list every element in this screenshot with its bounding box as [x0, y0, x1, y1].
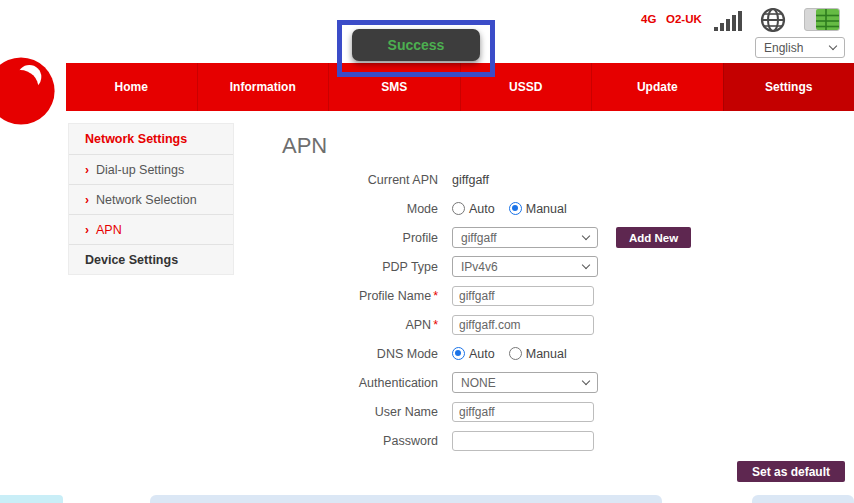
authentication-select-value: NONE [461, 376, 496, 390]
chevron-down-icon [582, 232, 590, 240]
globe-icon [760, 7, 786, 37]
mode-label: Mode [288, 202, 452, 216]
success-toast-message: Success [388, 37, 445, 53]
user-name-label: User Name [288, 405, 452, 419]
radio-checked-icon [509, 202, 522, 215]
radio-unchecked-icon [509, 347, 522, 360]
sidebar-item-apn[interactable]: › APN [69, 214, 233, 244]
dns-mode-label: DNS Mode [288, 347, 452, 361]
form-row-current-apn: Current APN giffgaff [288, 169, 718, 190]
pdp-type-select-value: IPv4v6 [461, 260, 498, 274]
settings-sidebar: Network Settings › Dial-up Settings › Ne… [68, 123, 234, 275]
password-label: Password [288, 434, 452, 448]
required-marker: * [433, 289, 438, 303]
mode-auto-radio[interactable]: Auto [452, 202, 495, 216]
chevron-down-icon [582, 377, 590, 385]
nav-tab-home[interactable]: Home [66, 63, 197, 111]
form-row-dns-mode: DNS Mode Auto Manual [288, 343, 718, 364]
set-as-default-button[interactable]: Set as default [737, 461, 845, 482]
radio-unchecked-icon [452, 202, 465, 215]
form-row-apn: APN* [288, 314, 718, 335]
apn-field[interactable] [452, 315, 594, 335]
form-row-password: Password [288, 430, 718, 451]
profile-select-value: giffgaff [461, 231, 497, 245]
nav-tab-settings[interactable]: Settings [723, 63, 854, 111]
vodafone-logo-icon [0, 56, 56, 126]
page-title: APN [282, 133, 327, 159]
radio-checked-icon [452, 347, 465, 360]
authentication-label: Authentication [288, 376, 452, 390]
form-row-pdp-type: PDP Type IPv4v6 [288, 256, 718, 277]
operator-name: O2-UK [666, 13, 702, 25]
profile-name-field[interactable] [452, 286, 594, 306]
form-row-profile-name: Profile Name* [288, 285, 718, 306]
form-row-profile: Profile giffgaff Add New [288, 227, 718, 248]
language-select-value: English [764, 41, 803, 55]
authentication-select[interactable]: NONE [452, 372, 598, 393]
add-new-button[interactable]: Add New [616, 227, 691, 248]
chevron-down-icon [582, 261, 590, 269]
profile-label: Profile [288, 231, 452, 245]
form-row-authentication: Authentication NONE [288, 372, 718, 393]
signal-strength-icon [714, 9, 748, 31]
current-apn-value: giffgaff [452, 173, 489, 187]
pdp-type-select[interactable]: IPv4v6 [452, 256, 598, 277]
sidebar-item-dialup-settings[interactable]: › Dial-up Settings [69, 154, 233, 184]
arrow-right-icon: › [85, 215, 89, 245]
password-field[interactable] [452, 431, 594, 451]
current-apn-label: Current APN [288, 173, 452, 187]
language-select[interactable]: English [755, 37, 845, 58]
background-window-edge [0, 495, 63, 503]
profile-name-label: Profile Name* [288, 289, 452, 303]
router-admin-page: 4G O2-UK English Success [0, 0, 854, 503]
sidebar-section-device-settings[interactable]: Device Settings [69, 244, 233, 274]
sim-card-icon [804, 8, 840, 35]
sidebar-section-network-settings[interactable]: Network Settings [69, 124, 233, 154]
nav-tab-information[interactable]: Information [197, 63, 329, 111]
required-marker: * [433, 318, 438, 332]
profile-select[interactable]: giffgaff [452, 227, 598, 248]
nav-tab-update[interactable]: Update [591, 63, 723, 111]
success-toast: Success [352, 29, 480, 61]
user-name-field[interactable] [452, 402, 594, 422]
arrow-right-icon: › [85, 155, 89, 185]
apn-label: APN* [288, 318, 452, 332]
network-type-badge: 4G [641, 13, 657, 25]
dns-manual-radio[interactable]: Manual [509, 347, 567, 361]
arrow-right-icon: › [85, 185, 89, 215]
sidebar-item-network-selection[interactable]: › Network Selection [69, 184, 233, 214]
chevron-down-icon [829, 42, 837, 50]
form-row-mode: Mode Auto Manual [288, 198, 718, 219]
form-row-user-name: User Name [288, 401, 718, 422]
background-window-edge [752, 495, 854, 503]
pdp-type-label: PDP Type [288, 260, 452, 274]
apn-form: Current APN giffgaff Mode Auto Manual Pr… [288, 169, 718, 459]
background-window-edge [150, 495, 662, 503]
dns-auto-radio[interactable]: Auto [452, 347, 495, 361]
mode-manual-radio[interactable]: Manual [509, 202, 567, 216]
